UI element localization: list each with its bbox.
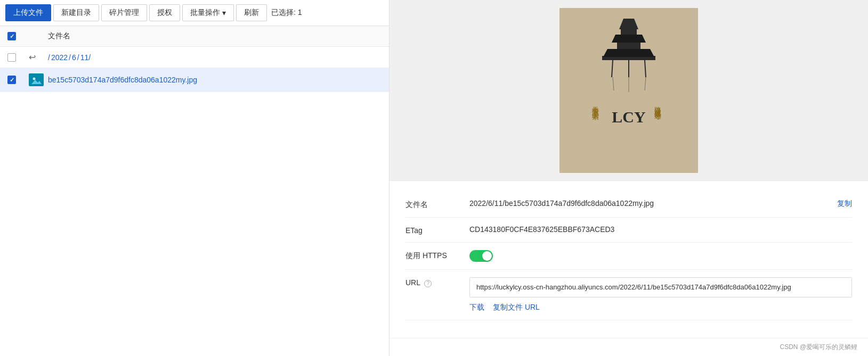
svg-marker-9 (603, 49, 654, 57)
right-panel: 吞将上下面求索 LCY 路漫漫其修远兮 文件名 2022/6/11/be15c5… (389, 0, 868, 356)
file-detail-section: 文件名 2022/6/11/be15c5703d174a7d9f6dfc8da0… (390, 181, 868, 338)
https-row: 使用 HTTPS (405, 243, 852, 270)
breadcrumb-sep-root: / (48, 53, 50, 62)
toggle-knob (482, 251, 492, 261)
left-panel: 上传文件 新建目录 碎片管理 授权 批量操作 ▾ 刷新 已选择: 1 文件名 ↩ (0, 0, 389, 356)
table-header: 文件名 (0, 26, 389, 47)
filename-label: 文件名 (405, 199, 469, 210)
https-label: 使用 HTTPS (405, 250, 469, 261)
col-name-header: 文件名 (48, 31, 382, 41)
filename-row: 文件名 2022/6/11/be15c5703d174a7d9f6dfc8da0… (405, 192, 852, 218)
nav-row-checkbox[interactable] (7, 53, 16, 62)
download-link[interactable]: 下载 (469, 303, 484, 312)
file-name-link[interactable]: be15c5703d174a7d9f6dfc8da06a1022my.jpg (48, 76, 197, 84)
auth-button[interactable]: 授权 (149, 4, 180, 21)
etag-label: ETag (405, 225, 469, 235)
breadcrumb-day: 11/ (80, 53, 91, 62)
svg-text:LCY: LCY (612, 108, 646, 126)
url-row: URL ? https://luckylcy.oss-cn-hangzhou.a… (405, 270, 852, 320)
refresh-button[interactable]: 刷新 (236, 4, 267, 21)
file-table: 文件名 ↩ / 2022 / 6 / 11/ (0, 26, 389, 356)
copy-filename-button[interactable]: 复制 (837, 199, 852, 209)
svg-marker-7 (612, 35, 646, 43)
image-preview: 吞将上下面求索 LCY 路漫漫其修远兮 (559, 8, 698, 173)
back-icon: ↩ (29, 53, 36, 62)
nav-row[interactable]: ↩ / 2022 / 6 / 11/ (0, 47, 389, 68)
file-row[interactable]: be15c5703d174a7d9f6dfc8da06a1022my.jpg (0, 68, 389, 92)
new-dir-button[interactable]: 新建目录 (53, 4, 99, 21)
svg-rect-6 (621, 29, 637, 35)
dropdown-arrow-icon: ▾ (222, 9, 226, 17)
breadcrumb-month[interactable]: 6 (72, 53, 76, 62)
select-all-checkbox[interactable] (7, 32, 16, 40)
https-toggle[interactable] (469, 250, 493, 262)
file-type-icon (29, 73, 44, 86)
selected-status: 已选择: 1 (271, 8, 302, 18)
etag-row: ETag CD143180F0CF4E837625EBBF673ACED3 (405, 218, 852, 243)
copy-url-link[interactable]: 复制文件 URL (493, 303, 540, 312)
filename-value: 2022/6/11/be15c5703d174a7d9f6dfc8da06a10… (469, 199, 831, 208)
toolbar: 上传文件 新建目录 碎片管理 授权 批量操作 ▾ 刷新 已选择: 1 (0, 0, 389, 26)
batch-button[interactable]: 批量操作 ▾ (182, 4, 234, 21)
url-value: https://luckylcy.oss-cn-hangzhou.aliyunc… (469, 277, 852, 297)
breadcrumb-sep-2: / (77, 53, 79, 62)
url-label: URL ? (405, 277, 469, 287)
url-help-icon[interactable]: ? (424, 280, 432, 287)
breadcrumb-sep-1: / (69, 53, 71, 62)
svg-rect-8 (617, 43, 640, 49)
url-actions: 下载 复制文件 URL (469, 303, 852, 312)
fragment-button[interactable]: 碎片管理 (101, 4, 147, 21)
breadcrumb: / 2022 / 6 / 11/ (48, 53, 382, 62)
etag-value: CD143180F0CF4E837625EBBF673ACED3 (469, 225, 852, 234)
footer-watermark: CSDN @爱喝可乐的灵鳞鲤 (390, 338, 868, 356)
file-row-checkbox[interactable] (7, 76, 16, 84)
breadcrumb-year[interactable]: 2022 (51, 53, 68, 62)
upload-button[interactable]: 上传文件 (5, 4, 51, 21)
image-preview-container: 吞将上下面求索 LCY 路漫漫其修远兮 (390, 0, 868, 181)
svg-point-1 (33, 78, 36, 80)
